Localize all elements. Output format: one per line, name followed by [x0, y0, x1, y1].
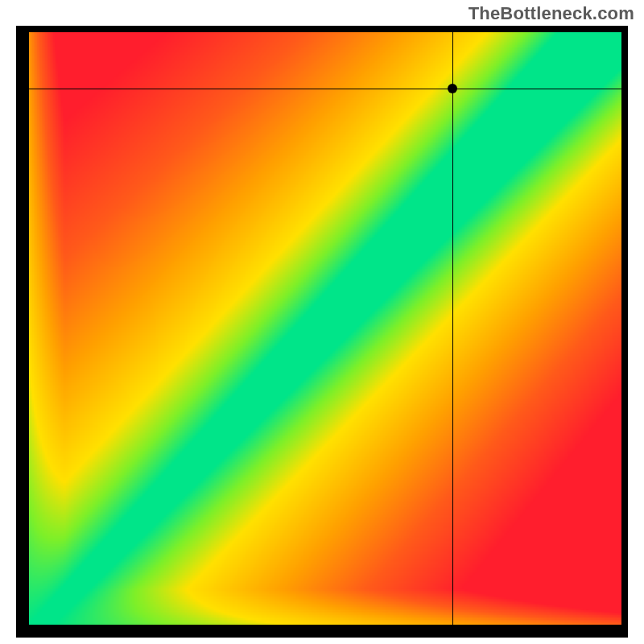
plot-area: [29, 32, 621, 625]
heatmap-canvas: [29, 32, 621, 625]
watermark-text: TheBottleneck.com: [469, 3, 634, 24]
chart-stage: TheBottleneck.com: [0, 0, 644, 644]
selection-marker: [448, 84, 457, 93]
crosshair-horizontal: [29, 89, 621, 89]
plot-frame: [16, 26, 628, 638]
crosshair-vertical: [452, 32, 453, 625]
